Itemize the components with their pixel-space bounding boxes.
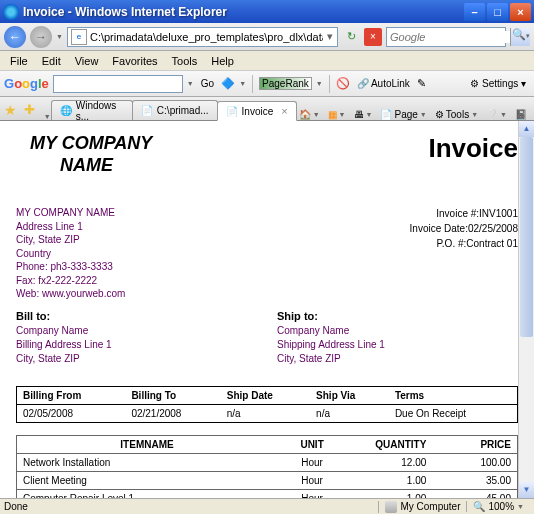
tab-primadata[interactable]: 📄 C:\primad... [132,100,218,120]
ie-icon [3,4,19,20]
google-toolbar: Google ▼ Go 🔷 ▼ PageRank ▼ 🚫 🔗 AutoLink … [0,71,534,97]
toolbar-settings[interactable]: ⚙ Settings ▾ [466,78,530,89]
google-search-dropdown[interactable]: ▼ [187,80,194,87]
window-close-button[interactable]: × [510,3,531,21]
address-bar[interactable]: e ▾ [67,27,338,47]
autolink-button[interactable]: 🔗 AutoLink [354,78,413,89]
bill-to-block: Bill to: Company Name Billing Address Li… [16,309,257,366]
stop-button[interactable]: × [364,28,382,46]
research-button[interactable]: 📓 [512,109,530,120]
print-button[interactable]: 🖶▼ [351,109,376,120]
add-favorite-icon[interactable]: ✚ [24,102,40,120]
status-text: Done [4,501,352,512]
zone-icon [385,501,397,513]
autofill-icon[interactable]: ✎ [417,77,426,90]
home-button[interactable]: 🏠▼ [296,109,323,120]
table-row: Computer Repair Level 1 Hour 1.00 45.00 [17,490,518,498]
menu-favorites[interactable]: Favorites [106,53,163,69]
table-row: Client Meeting Hour 1.00 35.00 [17,472,518,490]
zoom-icon: 🔍 [473,501,485,512]
tab-bar: ★ ✚ ▼ 🌐 Windows s... 📄 C:\primad... 📄 In… [0,97,534,121]
content-area: MY COMPANY NAME Invoice MY COMPANY NAME … [0,121,534,498]
address-input[interactable] [90,31,323,43]
google-search-input[interactable] [53,75,183,93]
shipping-info-table: Billing From Billing To Ship Date Ship V… [16,386,518,423]
tab-label: Invoice [242,106,274,117]
tab-label: Windows s... [76,100,124,122]
menu-help[interactable]: Help [205,53,240,69]
line-items-table: ITEMNAME UNIT QUANTITY PRICE Network Ins… [16,435,518,498]
ship-to-block: Ship to: Company Name Shipping Address L… [277,309,518,366]
tab-icon: 🌐 [60,105,72,116]
menu-file[interactable]: File [4,53,34,69]
history-dropdown[interactable]: ▼ [56,33,63,40]
browser-search-box[interactable] [386,27,506,47]
feeds-button[interactable]: ▦▼ [325,109,349,120]
security-zone[interactable]: My Computer [378,501,466,513]
status-bar: Done My Computer 🔍 100% ▼ [0,498,534,514]
window-title: Invoice - Windows Internet Explorer [23,5,464,19]
tab-label: C:\primad... [157,105,209,116]
scroll-down-button[interactable]: ▼ [519,482,534,498]
zoom-control[interactable]: 🔍 100% ▼ [466,501,530,512]
menu-edit[interactable]: Edit [36,53,67,69]
tab-windows[interactable]: 🌐 Windows s... [51,100,133,120]
window-titlebar: Invoice - Windows Internet Explorer – □ … [0,0,534,23]
tab-invoice[interactable]: 📄 Invoice × [217,101,297,121]
search-button[interactable]: 🔍▾ [510,28,530,46]
vertical-scrollbar[interactable]: ▲ ▼ [518,121,534,498]
window-minimize-button[interactable]: – [464,3,485,21]
popup-blocker-icon[interactable]: 🚫 [336,77,350,90]
forward-button[interactable]: → [30,26,52,48]
scroll-thumb[interactable] [520,137,533,337]
menu-bar: File Edit View Favorites Tools Help [0,51,534,71]
help-button[interactable]: ❔▼ [483,109,510,120]
from-address: MY COMPANY NAME Address Line 1 City, Sta… [16,206,267,301]
go-icon[interactable]: 🔷 [221,77,235,90]
menu-tools[interactable]: Tools [166,53,204,69]
invoice-title: Invoice [428,133,518,164]
scroll-up-button[interactable]: ▲ [519,121,534,137]
tab-close-button[interactable]: × [281,105,287,117]
menu-view[interactable]: View [69,53,105,69]
invoice-meta: Invoice #:INV1001 Invoice Date:02/25/200… [267,206,518,309]
tab-icon: 📄 [141,105,153,116]
browser-search-input[interactable] [387,31,529,43]
favorites-star-icon[interactable]: ★ [4,102,20,120]
command-bar: 🏠▼ ▦▼ 🖶▼ 📄Page▼ ⚙Tools▼ ❔▼ 📓 [296,109,530,120]
google-logo: Google [4,76,49,91]
company-name-header: MY COMPANY NAME [30,133,152,176]
pagerank-button[interactable]: PageRank [259,77,312,90]
page-button[interactable]: 📄Page▼ [377,109,429,120]
address-dropdown[interactable]: ▾ [323,30,337,43]
tools-button[interactable]: ⚙Tools▼ [432,109,481,120]
refresh-button[interactable]: ↻ [342,28,360,46]
navigation-bar: ← → ▼ e ▾ ↻ × 🔍▾ [0,23,534,51]
go-button[interactable]: Go [198,78,217,89]
window-maximize-button[interactable]: □ [487,3,508,21]
back-button[interactable]: ← [4,26,26,48]
tab-icon: 📄 [226,106,238,117]
page-icon: e [71,29,87,45]
table-row: Network Installation Hour 12.00 100.00 [17,454,518,472]
